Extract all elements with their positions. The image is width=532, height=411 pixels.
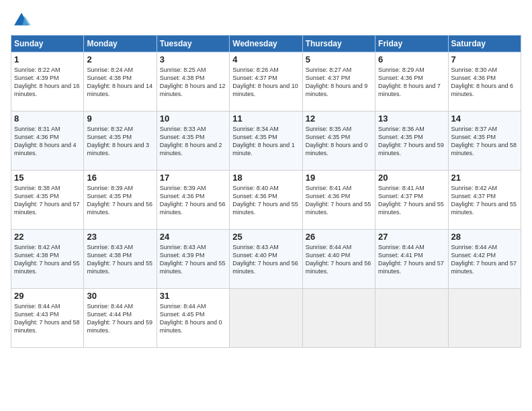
table-cell: 2Sunrise: 8:24 AMSunset: 4:38 PMDaylight… [84, 52, 157, 111]
logo [11, 11, 31, 30]
col-sunday: Sunday [11, 36, 84, 52]
day-number: 20 [378, 173, 445, 183]
table-cell: 29Sunrise: 8:44 AMSunset: 4:43 PMDayligh… [11, 289, 84, 348]
cell-content: Sunrise: 8:44 AMSunset: 4:40 PMDaylight:… [306, 243, 372, 276]
calendar-week-row: 1Sunrise: 8:22 AMSunset: 4:39 PMDaylight… [11, 52, 521, 111]
cell-content: Sunrise: 8:41 AMSunset: 4:37 PMDaylight:… [378, 184, 445, 217]
cell-content: Sunrise: 8:22 AMSunset: 4:39 PMDaylight:… [14, 66, 81, 99]
header [11, 8, 521, 30]
day-number: 15 [14, 173, 81, 183]
day-number: 7 [451, 54, 518, 64]
col-tuesday: Tuesday [157, 36, 229, 52]
day-number: 24 [160, 232, 226, 242]
table-cell: 19Sunrise: 8:41 AMSunset: 4:36 PMDayligh… [302, 171, 375, 230]
day-number: 21 [451, 173, 518, 183]
table-cell [302, 289, 375, 348]
table-cell: 27Sunrise: 8:44 AMSunset: 4:41 PMDayligh… [375, 230, 448, 289]
cell-content: Sunrise: 8:37 AMSunset: 4:35 PMDaylight:… [451, 125, 518, 158]
col-wednesday: Wednesday [230, 36, 302, 52]
day-number: 25 [232, 232, 299, 242]
cell-content: Sunrise: 8:42 AMSunset: 4:37 PMDaylight:… [451, 184, 518, 217]
day-number: 5 [306, 54, 372, 64]
cell-content: Sunrise: 8:44 AMSunset: 4:43 PMDaylight:… [14, 302, 81, 335]
cell-content: Sunrise: 8:44 AMSunset: 4:44 PMDaylight:… [87, 302, 153, 335]
cell-content: Sunrise: 8:43 AMSunset: 4:39 PMDaylight:… [160, 243, 226, 276]
day-number: 30 [87, 291, 153, 301]
day-number: 31 [160, 291, 226, 301]
cell-content: Sunrise: 8:44 AMSunset: 4:42 PMDaylight:… [451, 243, 518, 276]
day-number: 9 [87, 113, 153, 124]
cell-content: Sunrise: 8:30 AMSunset: 4:36 PMDaylight:… [451, 66, 518, 99]
table-cell: 14Sunrise: 8:37 AMSunset: 4:35 PMDayligh… [448, 111, 521, 171]
calendar-week-row: 29Sunrise: 8:44 AMSunset: 4:43 PMDayligh… [11, 289, 521, 348]
cell-content: Sunrise: 8:42 AMSunset: 4:38 PMDaylight:… [14, 243, 81, 276]
day-number: 14 [451, 113, 518, 124]
table-cell: 28Sunrise: 8:44 AMSunset: 4:42 PMDayligh… [448, 230, 521, 289]
calendar-week-row: 15Sunrise: 8:38 AMSunset: 4:35 PMDayligh… [11, 171, 521, 230]
day-number: 3 [160, 54, 226, 64]
cell-content: Sunrise: 8:41 AMSunset: 4:36 PMDaylight:… [306, 184, 372, 217]
col-monday: Monday [84, 36, 157, 52]
calendar-week-row: 8Sunrise: 8:31 AMSunset: 4:36 PMDaylight… [11, 111, 521, 171]
col-thursday: Thursday [302, 36, 375, 52]
cell-content: Sunrise: 8:35 AMSunset: 4:35 PMDaylight:… [306, 125, 372, 158]
page: Sunday Monday Tuesday Wednesday Thursday… [0, 0, 532, 411]
table-cell: 8Sunrise: 8:31 AMSunset: 4:36 PMDaylight… [11, 111, 84, 171]
day-number: 4 [232, 54, 299, 64]
calendar-week-row: 22Sunrise: 8:42 AMSunset: 4:38 PMDayligh… [11, 230, 521, 289]
cell-content: Sunrise: 8:44 AMSunset: 4:41 PMDaylight:… [378, 243, 445, 276]
cell-content: Sunrise: 8:27 AMSunset: 4:37 PMDaylight:… [306, 66, 372, 99]
day-number: 22 [14, 232, 81, 242]
day-number: 26 [306, 232, 372, 242]
day-number: 11 [232, 113, 299, 124]
day-number: 17 [160, 173, 226, 183]
cell-content: Sunrise: 8:32 AMSunset: 4:35 PMDaylight:… [87, 125, 153, 158]
day-number: 13 [378, 113, 445, 124]
cell-content: Sunrise: 8:44 AMSunset: 4:45 PMDaylight:… [160, 302, 226, 335]
day-number: 16 [87, 173, 153, 183]
table-cell: 24Sunrise: 8:43 AMSunset: 4:39 PMDayligh… [157, 230, 229, 289]
cell-content: Sunrise: 8:33 AMSunset: 4:35 PMDaylight:… [160, 125, 226, 158]
table-cell [375, 289, 448, 348]
cell-content: Sunrise: 8:26 AMSunset: 4:37 PMDaylight:… [232, 66, 299, 99]
day-number: 6 [378, 54, 445, 64]
cell-content: Sunrise: 8:31 AMSunset: 4:36 PMDaylight:… [14, 125, 81, 158]
table-cell: 23Sunrise: 8:43 AMSunset: 4:38 PMDayligh… [84, 230, 157, 289]
table-cell: 18Sunrise: 8:40 AMSunset: 4:36 PMDayligh… [230, 171, 302, 230]
cell-content: Sunrise: 8:34 AMSunset: 4:35 PMDaylight:… [232, 125, 299, 158]
cell-content: Sunrise: 8:39 AMSunset: 4:35 PMDaylight:… [87, 184, 153, 217]
table-cell: 3Sunrise: 8:25 AMSunset: 4:38 PMDaylight… [157, 52, 229, 111]
table-cell: 1Sunrise: 8:22 AMSunset: 4:39 PMDaylight… [11, 52, 84, 111]
table-cell: 22Sunrise: 8:42 AMSunset: 4:38 PMDayligh… [11, 230, 84, 289]
logo-icon [12, 11, 31, 30]
table-cell [230, 289, 302, 348]
table-cell: 15Sunrise: 8:38 AMSunset: 4:35 PMDayligh… [11, 171, 84, 230]
cell-content: Sunrise: 8:24 AMSunset: 4:38 PMDaylight:… [87, 66, 153, 99]
table-cell: 5Sunrise: 8:27 AMSunset: 4:37 PMDaylight… [302, 52, 375, 111]
day-number: 23 [87, 232, 153, 242]
table-cell: 16Sunrise: 8:39 AMSunset: 4:35 PMDayligh… [84, 171, 157, 230]
cell-content: Sunrise: 8:29 AMSunset: 4:36 PMDaylight:… [378, 66, 445, 99]
table-cell: 12Sunrise: 8:35 AMSunset: 4:35 PMDayligh… [302, 111, 375, 171]
day-number: 10 [160, 113, 226, 124]
cell-content: Sunrise: 8:39 AMSunset: 4:36 PMDaylight:… [160, 184, 226, 217]
table-cell: 20Sunrise: 8:41 AMSunset: 4:37 PMDayligh… [375, 171, 448, 230]
day-number: 1 [14, 54, 81, 64]
table-cell: 26Sunrise: 8:44 AMSunset: 4:40 PMDayligh… [302, 230, 375, 289]
table-cell: 21Sunrise: 8:42 AMSunset: 4:37 PMDayligh… [448, 171, 521, 230]
cell-content: Sunrise: 8:43 AMSunset: 4:38 PMDaylight:… [87, 243, 153, 276]
table-cell: 11Sunrise: 8:34 AMSunset: 4:35 PMDayligh… [230, 111, 302, 171]
col-saturday: Saturday [448, 36, 521, 52]
day-number: 19 [306, 173, 372, 183]
day-number: 8 [14, 113, 81, 124]
cell-content: Sunrise: 8:40 AMSunset: 4:36 PMDaylight:… [232, 184, 299, 217]
table-cell: 31Sunrise: 8:44 AMSunset: 4:45 PMDayligh… [157, 289, 229, 348]
cell-content: Sunrise: 8:36 AMSunset: 4:35 PMDaylight:… [378, 125, 445, 158]
table-cell: 10Sunrise: 8:33 AMSunset: 4:35 PMDayligh… [157, 111, 229, 171]
day-number: 27 [378, 232, 445, 242]
cell-content: Sunrise: 8:43 AMSunset: 4:40 PMDaylight:… [232, 243, 299, 276]
day-number: 28 [451, 232, 518, 242]
table-cell: 25Sunrise: 8:43 AMSunset: 4:40 PMDayligh… [230, 230, 302, 289]
table-cell: 17Sunrise: 8:39 AMSunset: 4:36 PMDayligh… [157, 171, 229, 230]
table-cell: 9Sunrise: 8:32 AMSunset: 4:35 PMDaylight… [84, 111, 157, 171]
